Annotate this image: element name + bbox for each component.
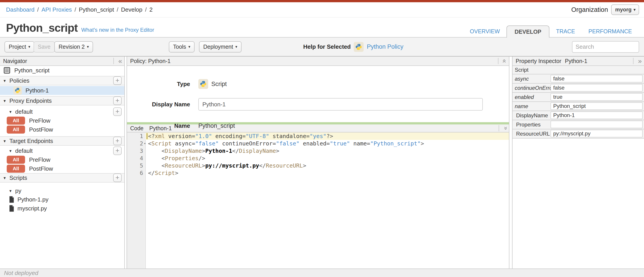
- code-line[interactable]: 6</Script>: [127, 169, 509, 177]
- search-input[interactable]: [572, 41, 639, 53]
- breadcrumb-current-view: Develop: [121, 6, 142, 13]
- caret-down-icon[interactable]: ▾: [10, 188, 15, 194]
- nav-section-target-endpoints[interactable]: ▾ Target Endpoints +: [0, 136, 124, 146]
- collapse-policy-panel-icon[interactable]: «: [502, 57, 508, 65]
- code-line[interactable]: 5 <ResourceURL>py://myscript.py</Resourc…: [127, 162, 509, 169]
- nav-item-target-endpoint-default[interactable]: ▾ default +: [0, 146, 124, 155]
- tools-menu-button[interactable]: Tools ▾: [169, 41, 194, 52]
- deployment-status: Not deployed: [4, 270, 38, 277]
- organization-selected: myorg: [615, 6, 632, 13]
- code-line[interactable]: 4 <Properties/>: [127, 155, 509, 162]
- name-label: Name: [127, 122, 190, 129]
- breadcrumb-row: Dashboard / API Proxies / Python_script …: [0, 2, 644, 17]
- nav-item-script-file[interactable]: myscript.py: [0, 204, 124, 213]
- all-methods-badge: All: [7, 126, 25, 134]
- display-name-row: Display Name: [127, 98, 483, 111]
- code-line[interactable]: 3 <DisplayName>Python-1</DisplayName>: [127, 147, 509, 155]
- tab-overview[interactable]: OVERVIEW: [463, 25, 506, 37]
- code-line-content[interactable]: <ResourceURL>py://myscript.py</ResourceU…: [145, 162, 509, 169]
- code-line-content[interactable]: <Properties/>: [145, 155, 509, 162]
- organization-label: Organization: [571, 6, 608, 13]
- property-value-field[interactable]: false: [550, 84, 643, 92]
- caret-down-icon: ▾: [634, 7, 636, 12]
- add-policy-button[interactable]: +: [113, 76, 122, 85]
- nav-section-policies[interactable]: ▾ Policies +: [0, 76, 124, 85]
- add-flow-button[interactable]: +: [113, 147, 122, 155]
- property-value-field[interactable]: [550, 121, 643, 128]
- collapse-inspector-icon[interactable]: »: [636, 58, 644, 64]
- tab-performance[interactable]: PERFORMANCE: [582, 25, 639, 37]
- tab-bar: OVERVIEW DEVELOP TRACE PERFORMANCE: [463, 25, 644, 37]
- organization-dropdown[interactable]: myorg ▾: [611, 4, 639, 15]
- property-value-field[interactable]: Python_script: [550, 102, 643, 110]
- file-icon: [9, 196, 14, 203]
- divider: [113, 58, 114, 64]
- revision-menu-button[interactable]: Revision 2 ▾: [54, 41, 93, 52]
- breadcrumb-link-dashboard[interactable]: Dashboard: [6, 6, 34, 13]
- nav-item-policy-python-1[interactable]: Python-1: [0, 86, 124, 95]
- add-script-button[interactable]: +: [113, 174, 122, 182]
- caret-down-icon[interactable]: ▾: [4, 78, 10, 83]
- deployment-menu-button[interactable]: Deployment ▾: [199, 41, 242, 52]
- property-value-field[interactable]: py://myscript.py: [550, 130, 643, 137]
- property-label: ResourceURL: [512, 131, 550, 137]
- collapse-navigator-icon[interactable]: «: [116, 58, 124, 64]
- add-target-endpoint-button[interactable]: +: [113, 137, 122, 145]
- nav-item-scripts-py-group[interactable]: ▾ py: [0, 187, 124, 195]
- line-number: 3: [127, 147, 146, 155]
- code-lines[interactable]: 1<?xml version="1.0" encoding="UTF-8" st…: [127, 132, 509, 177]
- inspector-row: name Python_script: [512, 102, 644, 111]
- type-label: Type: [127, 81, 190, 88]
- expand-code-panel-icon[interactable]: «: [502, 124, 508, 132]
- nav-item-preflow[interactable]: All PreFlow: [0, 116, 124, 125]
- code-editor[interactable]: 1<?xml version="1.0" encoding="UTF-8" st…: [127, 132, 509, 269]
- whats-new-link[interactable]: What's new in the Proxy Editor: [81, 27, 154, 33]
- nav-item-preflow[interactable]: All PreFlow: [0, 155, 124, 164]
- caret-down-icon[interactable]: ▾: [4, 175, 10, 181]
- property-value-field[interactable]: false: [550, 75, 643, 82]
- nav-section-scripts[interactable]: ▾ Scripts +: [0, 173, 124, 183]
- caret-down-icon[interactable]: ▾: [4, 138, 10, 144]
- caret-down-icon[interactable]: ▾: [10, 148, 15, 153]
- display-name-label: Display Name: [127, 101, 190, 108]
- property-value-field[interactable]: Python-1: [550, 111, 643, 119]
- caret-down-icon: ▾: [87, 44, 89, 49]
- file-icon: [9, 205, 14, 212]
- python-policy-help-link[interactable]: Python Policy: [367, 43, 404, 50]
- project-menu-button[interactable]: Project ▾: [4, 41, 34, 52]
- code-line-content[interactable]: <?xml version="1.0" encoding="UTF-8" sta…: [145, 132, 509, 140]
- add-proxy-endpoint-button[interactable]: +: [113, 96, 122, 105]
- code-line-content[interactable]: <Script async="false" continueOnError="f…: [145, 140, 509, 147]
- page-title: Python_script: [6, 21, 78, 34]
- breadcrumb-separator: /: [117, 6, 118, 13]
- nav-item-postflow[interactable]: All PostFlow: [0, 125, 124, 134]
- nav-item-proxy-root[interactable]: Python_script: [3, 66, 124, 75]
- proxy-list-icon: [3, 67, 11, 74]
- breadcrumb-link-api-proxies[interactable]: API Proxies: [41, 6, 72, 13]
- navigator-panel: Navigator «: [0, 56, 125, 269]
- tab-develop[interactable]: DEVELOP: [506, 25, 549, 37]
- code-line-content[interactable]: </Script>: [145, 169, 509, 177]
- property-label: enabled: [512, 94, 550, 100]
- nav-item-proxy-endpoint-default[interactable]: ▾ default +: [0, 107, 124, 116]
- nav-item-script-file[interactable]: Python-1.py: [0, 195, 124, 204]
- display-name-input[interactable]: [198, 98, 483, 111]
- code-line[interactable]: 2▾<Script async="false" continueOnError=…: [127, 140, 509, 147]
- inspector-row: DisplayName Python-1: [512, 111, 644, 120]
- property-value-field[interactable]: true: [550, 93, 643, 101]
- add-flow-button[interactable]: +: [113, 107, 122, 116]
- save-button[interactable]: Save: [34, 41, 55, 52]
- tab-trace[interactable]: TRACE: [550, 25, 582, 37]
- caret-down-icon[interactable]: ▾: [10, 109, 15, 114]
- code-line-content[interactable]: <DisplayName>Python-1</DisplayName>: [145, 147, 509, 155]
- name-row: Name Python_script: [127, 121, 235, 130]
- python-policy-icon: [354, 42, 364, 52]
- caret-down-icon: ▾: [28, 44, 30, 49]
- code-line[interactable]: 1<?xml version="1.0" encoding="UTF-8" st…: [127, 132, 509, 140]
- nav-section-proxy-endpoints[interactable]: ▾ Proxy Endpoints +: [0, 96, 124, 105]
- nav-item-postflow[interactable]: All PostFlow: [0, 164, 124, 173]
- inspector-row: enabled true: [512, 93, 644, 102]
- property-label: Properties: [512, 122, 550, 128]
- all-methods-badge: All: [7, 156, 25, 164]
- caret-down-icon[interactable]: ▾: [4, 98, 10, 103]
